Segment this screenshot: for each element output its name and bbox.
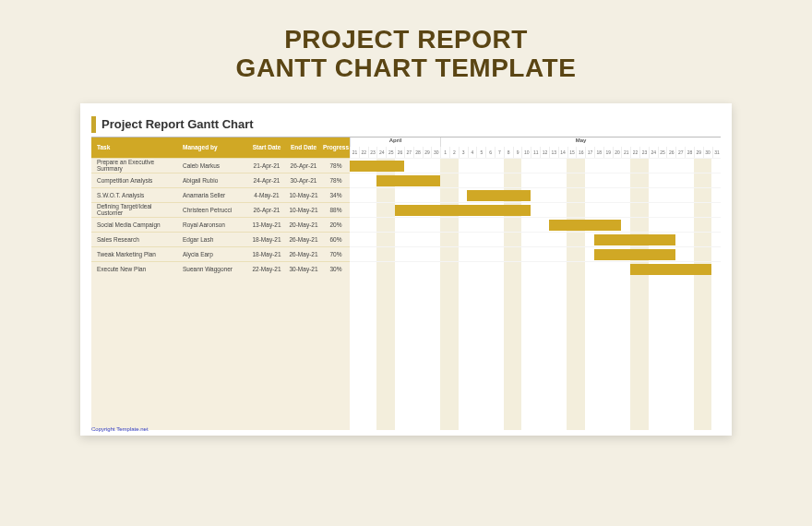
page-title-line2: GANTT CHART TEMPLATE (236, 54, 577, 82)
day-label: 6 (485, 147, 495, 158)
day-label: 11 (531, 147, 540, 158)
table-row: Execute New PlanSueann Waggoner22-May-21… (91, 261, 350, 276)
gantt-row (350, 232, 721, 246)
cell-task: Execute New Plan (91, 266, 179, 272)
day-label: 30 (431, 147, 440, 158)
cell-mgr: Sueann Waggoner (179, 266, 248, 272)
cell-mgr: Anamaria Seller (179, 192, 248, 198)
table-row: S.W.O.T. AnalysisAnamaria Seller4-May-21… (91, 187, 350, 202)
table-row: Defining Target/Ideal CustomerChristeen … (91, 202, 350, 217)
day-label: 28 (413, 147, 423, 158)
document-card: Project Report Gantt Chart Task Managed … (80, 103, 732, 436)
day-label: 7 (495, 147, 504, 158)
day-label: 29 (423, 147, 432, 158)
cell-task: Social Media Campaign (91, 221, 179, 228)
gantt-bar (376, 175, 440, 186)
cell-task: Defining Target/Ideal Customer (91, 203, 179, 216)
cell-end: 30-Apr-21 (285, 177, 322, 184)
day-label: 20 (613, 147, 622, 158)
cell-mgr: Royal Aaronson (179, 221, 248, 228)
day-label: 27 (404, 147, 413, 158)
gantt-bar (630, 264, 711, 275)
cell-end: 10-May-21 (285, 192, 322, 198)
cell-start: 13-May-21 (248, 221, 285, 228)
day-label: 31 (712, 147, 722, 158)
table-row: Competition AnalysisAbigail Rubio24-Apr-… (91, 173, 350, 187)
accent-bar-icon (91, 116, 96, 133)
gantt-row (350, 158, 721, 173)
task-table: Task Managed by Start Date End Date Prog… (91, 137, 350, 430)
day-label: 23 (639, 147, 649, 158)
cell-end: 20-May-21 (285, 221, 322, 228)
cell-prog: 60% (322, 236, 350, 243)
month-label: May (440, 137, 721, 147)
cell-start: 22-May-21 (248, 266, 285, 272)
cell-end: 26-May-21 (285, 236, 322, 243)
cell-prog: 78% (322, 162, 350, 169)
day-label: 21 (621, 147, 630, 158)
day-label: 15 (567, 147, 577, 158)
cell-mgr: Caleb Markus (179, 162, 248, 169)
day-label: 9 (513, 147, 522, 158)
day-label: 18 (594, 147, 603, 158)
day-label: 21 (350, 147, 359, 158)
day-label: 17 (585, 147, 594, 158)
month-label: April (350, 137, 440, 147)
timeline-header: AprilMay 2122232425262728293012345678910… (350, 137, 721, 158)
cell-mgr: Alycia Earp (179, 251, 248, 257)
gantt-row (350, 173, 721, 187)
table-filler (91, 276, 350, 430)
cell-task: Competition Analysis (91, 177, 179, 184)
cell-end: 30-May-21 (285, 266, 322, 272)
day-label: 25 (386, 147, 395, 158)
cell-prog: 34% (322, 192, 350, 198)
gantt-row (350, 202, 721, 217)
table-row: Social Media CampaignRoyal Aaronson13-Ma… (91, 217, 350, 232)
cell-prog: 78% (322, 177, 350, 184)
day-label: 28 (685, 147, 694, 158)
cell-task: Tweak Marketing Plan (91, 251, 179, 257)
day-label: 1 (440, 147, 449, 158)
cell-mgr: Edgar Lash (179, 236, 248, 243)
page-title: PROJECT REPORT GANTT CHART TEMPLATE (236, 26, 577, 83)
doc-title: Project Report Gantt Chart (102, 117, 254, 131)
table-body: Prepare an Executive SummaryCaleb Markus… (91, 158, 350, 276)
cell-mgr: Christeen Petrucci (179, 207, 248, 213)
cell-start: 4-May-21 (248, 192, 285, 198)
day-label: 16 (576, 147, 585, 158)
cell-start: 26-Apr-21 (248, 207, 285, 213)
cell-end: 10-May-21 (285, 207, 322, 213)
gantt-row (350, 261, 721, 276)
cell-start: 18-May-21 (248, 236, 285, 243)
table-row: Tweak Marketing PlanAlycia Earp18-May-21… (91, 246, 350, 261)
gantt-bar (594, 234, 675, 245)
timeline: AprilMay 2122232425262728293012345678910… (350, 137, 721, 430)
cell-end: 26-May-21 (285, 251, 322, 257)
gantt-bar (467, 190, 531, 201)
day-label: 4 (468, 147, 477, 158)
day-label: 13 (549, 147, 558, 158)
cell-start: 24-Apr-21 (248, 177, 285, 184)
cell-prog: 30% (322, 266, 350, 272)
gantt-chart: Task Managed by Start Date End Date Prog… (91, 137, 721, 430)
cell-start: 18-May-21 (248, 251, 285, 257)
table-row: Prepare an Executive SummaryCaleb Markus… (91, 158, 350, 173)
col-end: End Date (285, 137, 322, 158)
day-label: 30 (703, 147, 712, 158)
timeline-days: 2122232425262728293012345678910111213141… (350, 147, 721, 158)
col-start: Start Date (248, 137, 285, 158)
day-label: 5 (476, 147, 485, 158)
copyright-label: Copyright Template.net (91, 426, 149, 432)
day-label: 26 (666, 147, 675, 158)
day-label: 25 (658, 147, 667, 158)
col-managed-by: Managed by (179, 137, 248, 158)
cell-start: 21-Apr-21 (248, 162, 285, 169)
day-label: 2 (449, 147, 459, 158)
gantt-bar (395, 205, 531, 216)
day-label: 24 (649, 147, 658, 158)
cell-task: Sales Research (91, 236, 179, 243)
gantt-row (350, 217, 721, 232)
doc-header: Project Report Gantt Chart (91, 116, 721, 133)
page-title-line1: PROJECT REPORT (284, 25, 528, 54)
day-label: 26 (395, 147, 404, 158)
